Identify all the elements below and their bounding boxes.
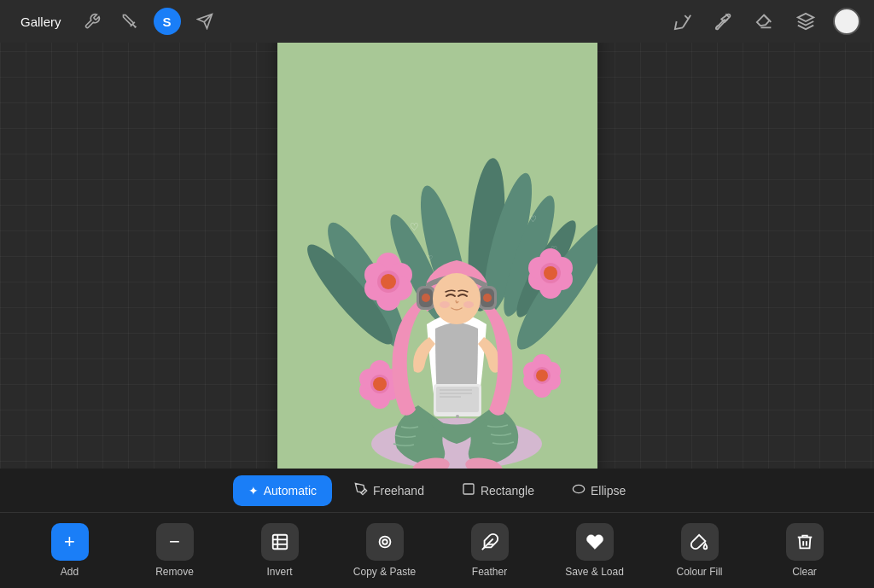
invert-icon <box>271 533 289 551</box>
svg-point-75 <box>382 539 387 544</box>
copy-paste-icon-wrap <box>366 523 404 561</box>
eraser-icon <box>755 12 774 31</box>
svg-line-2 <box>134 26 136 28</box>
magic-wand-icon <box>121 13 138 30</box>
bottom-toolbar: ✦ Automatic Freehand Rectangle <box>0 469 874 588</box>
gallery-button[interactable]: Gallery <box>14 11 68 32</box>
copy-paste-icon <box>376 533 394 551</box>
svg-text:♡: ♡ <box>410 221 419 233</box>
colour-fill-label: Colour Fill <box>676 566 722 578</box>
remove-icon: − <box>169 531 180 553</box>
clear-label: Clear <box>792 566 817 578</box>
copy-paste-label: Copy & Paste <box>353 566 416 578</box>
svg-point-44 <box>544 266 557 280</box>
rectangle-selection-button[interactable]: Rectangle <box>446 475 550 506</box>
svg-rect-71 <box>463 484 474 494</box>
svg-point-68 <box>433 273 481 324</box>
add-tool[interactable]: + Add <box>36 523 104 578</box>
add-icon: + <box>64 531 75 553</box>
artwork-canvas[interactable]: ♡ ♡ ♡ ♡ <box>277 30 597 482</box>
feather-label: Feather <box>472 566 507 578</box>
s-badge-button[interactable]: S <box>154 8 181 35</box>
feather-icon <box>481 533 499 551</box>
color-picker[interactable] <box>833 8 860 35</box>
colour-fill-tool[interactable]: Colour Fill <box>666 523 734 578</box>
canvas-area: ♡ ♡ ♡ ♡ <box>0 43 874 469</box>
rectangle-icon <box>462 482 475 498</box>
toolbar-right <box>669 8 860 35</box>
arrow-icon <box>196 13 213 30</box>
remove-label: Remove <box>155 566 194 578</box>
clear-icon-wrap <box>786 523 824 561</box>
wrench-button[interactable] <box>79 8 106 35</box>
pen-icon <box>673 12 692 31</box>
svg-text:♡: ♡ <box>427 254 433 262</box>
ellipse-icon <box>572 482 586 498</box>
svg-point-69 <box>440 301 450 308</box>
svg-point-66 <box>422 294 430 302</box>
artwork-illustration: ♡ ♡ ♡ ♡ <box>277 30 597 482</box>
arrow-button[interactable] <box>191 8 218 35</box>
clear-icon <box>795 533 814 551</box>
freehand-selection-button[interactable]: Freehand <box>339 475 440 506</box>
feather-tool[interactable]: Feather <box>456 523 524 578</box>
svg-point-36 <box>373 377 387 391</box>
automatic-icon: ✦ <box>248 484 259 498</box>
top-toolbar: Gallery S <box>0 0 874 43</box>
invert-tool[interactable]: Invert <box>246 523 314 578</box>
pen-button[interactable] <box>669 8 696 35</box>
clear-tool[interactable]: Clear <box>771 523 839 578</box>
colour-fill-icon-wrap <box>681 523 719 561</box>
svg-point-58 <box>456 415 459 418</box>
svg-point-67 <box>483 294 492 302</box>
brush-button[interactable] <box>710 8 737 35</box>
feather-icon-wrap <box>471 523 509 561</box>
layers-button[interactable] <box>792 8 819 35</box>
svg-point-28 <box>381 274 396 289</box>
colour-fill-icon <box>690 533 709 551</box>
svg-marker-6 <box>798 14 813 21</box>
wrench-icon <box>84 13 101 30</box>
freehand-icon <box>354 482 368 498</box>
invert-label: Invert <box>266 566 292 578</box>
svg-rect-73 <box>272 535 287 550</box>
magic-wand-button[interactable] <box>116 8 143 35</box>
svg-text:♡: ♡ <box>529 214 537 224</box>
remove-icon-wrap: − <box>156 523 194 561</box>
save-load-icon <box>586 533 604 551</box>
eraser-button[interactable] <box>751 8 778 35</box>
svg-point-70 <box>463 301 474 308</box>
save-load-icon-wrap <box>576 523 614 561</box>
svg-point-72 <box>573 485 584 492</box>
toolbar-left: Gallery S <box>14 8 218 35</box>
automatic-selection-button[interactable]: ✦ Automatic <box>233 475 332 506</box>
layers-icon <box>796 12 815 31</box>
tools-row: + Add − Remove Invert <box>0 513 874 588</box>
svg-point-52 <box>536 370 548 381</box>
remove-tool[interactable]: − Remove <box>141 523 209 578</box>
save-load-label: Save & Load <box>565 566 624 578</box>
svg-point-74 <box>379 537 390 548</box>
selection-row: ✦ Automatic Freehand Rectangle <box>0 469 874 513</box>
ellipse-selection-button[interactable]: Ellipse <box>556 475 641 506</box>
invert-icon-wrap <box>261 523 299 561</box>
add-icon-wrap: + <box>51 523 89 561</box>
save-load-tool[interactable]: Save & Load <box>561 523 629 578</box>
add-label: Add <box>61 566 79 578</box>
copy-paste-tool[interactable]: Copy & Paste <box>351 523 419 578</box>
brush-icon <box>714 12 733 31</box>
